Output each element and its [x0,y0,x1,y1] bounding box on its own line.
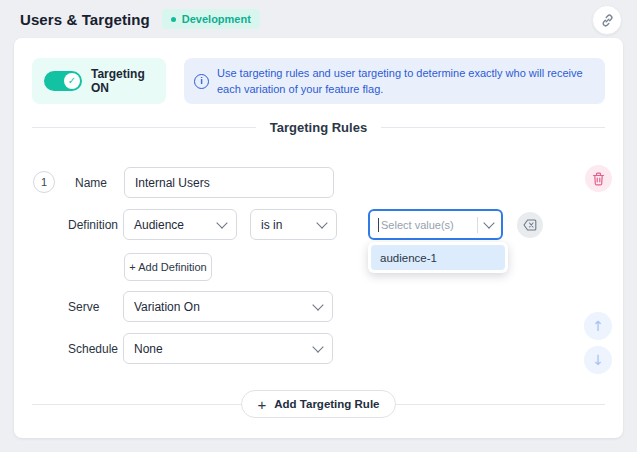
page-title: Users & Targeting [20,11,150,28]
info-banner-text: Use targeting rules and user targeting t… [217,65,595,97]
targeting-toggle-label: Targeting ON [91,67,166,95]
add-rule-divider-row: Add Targeting Rule [32,390,605,418]
select-divider [477,217,478,233]
backspace-icon [523,219,537,231]
targeting-card: Targeting ON Use targeting rules and use… [14,38,623,438]
divider-line [381,127,605,128]
targeting-rules-title: Targeting Rules [270,120,367,135]
schedule-select-value: None [134,342,163,356]
environment-dot-icon [171,17,176,22]
attribute-select-value: Audience [134,218,184,232]
values-placeholder: Select value(s) [381,219,473,231]
chevron-down-icon [216,217,227,228]
values-multiselect[interactable]: Select value(s) [368,209,503,240]
check-icon [64,73,80,89]
divider-line [32,127,256,128]
definition-label: Definition [68,219,118,231]
arrow-up-icon [592,318,604,334]
rule-index-badge: 1 [33,171,55,193]
chevron-down-icon [483,217,494,228]
page-header: Users & Targeting Development [20,0,260,38]
move-rule-up-button[interactable] [584,312,612,340]
divider-line [32,404,241,405]
move-rule-down-button[interactable] [584,346,612,374]
plus-icon [258,397,267,412]
info-icon [194,74,209,89]
serve-select-value: Variation On [134,300,200,314]
serve-label: Serve [68,301,99,313]
rule-name-input[interactable] [124,167,334,198]
clear-values-button[interactable] [517,212,543,238]
targeting-toggle-switch[interactable] [44,71,82,91]
arrow-down-icon [592,352,604,368]
schedule-select[interactable]: None [123,333,333,364]
copy-link-button[interactable] [592,5,622,35]
add-definition-button[interactable]: + Add Definition [124,253,212,281]
values-dropdown-panel: audience-1 [368,242,508,273]
chevron-down-icon [312,341,323,352]
targeting-toggle-container[interactable]: Targeting ON [32,58,166,104]
dropdown-option-audience-1[interactable]: audience-1 [371,245,505,270]
operator-select[interactable]: is in [250,209,337,240]
environment-badge-label: Development [182,13,251,25]
text-cursor [378,218,379,232]
targeting-rules-divider: Targeting Rules [32,118,605,136]
delete-rule-button[interactable] [585,165,612,192]
chevron-down-icon [312,299,323,310]
attribute-select[interactable]: Audience [123,209,237,240]
trash-icon [592,172,605,186]
schedule-label: Schedule [68,343,118,355]
link-icon [600,13,615,28]
add-targeting-rule-button[interactable]: Add Targeting Rule [241,390,397,418]
info-banner: Use targeting rules and user targeting t… [184,58,605,104]
name-label: Name [75,177,107,189]
add-targeting-rule-label: Add Targeting Rule [274,398,379,410]
divider-line [396,404,605,405]
chevron-down-icon [316,217,327,228]
environment-badge: Development [162,9,260,29]
serve-select[interactable]: Variation On [123,291,333,322]
operator-select-value: is in [261,218,282,232]
